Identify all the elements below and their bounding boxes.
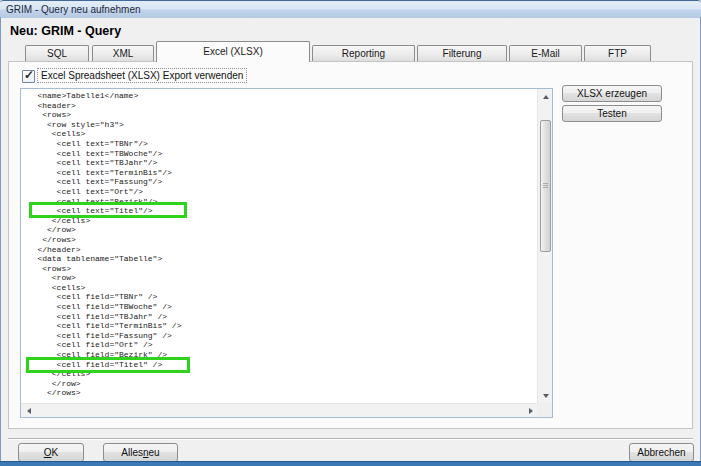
alles-neu-label-pre: Alles [121,447,143,458]
dialog-window: GRIM - Query neu aufnehmen Neu: GRIM - Q… [0,0,701,466]
vertical-scrollbar-thumb[interactable] [540,120,551,252]
down-arrow-icon [543,394,549,398]
tab-filterung[interactable]: Filterung [417,45,507,61]
tab-sql[interactable]: SQL [25,45,89,61]
ok-label-rest: K [52,447,59,458]
tab-email[interactable]: E-Mail [509,45,582,61]
xlsx-erzeugen-button[interactable]: XLSX erzeugen [562,85,662,102]
testen-button[interactable]: Testen [562,105,662,122]
scroll-down-button[interactable] [538,388,553,403]
scrollbar-corner [537,403,552,417]
window-border-left [0,17,1,466]
use-export-checkbox[interactable] [22,70,35,83]
highlight-box-cell-text-titel [29,202,187,218]
ok-label-mnemonic: O [44,447,52,458]
tab-reporting[interactable]: Reporting [312,45,415,61]
abbrechen-button[interactable]: Abbrechen [629,443,694,462]
up-arrow-icon [543,95,549,99]
scroll-up-button[interactable] [538,89,553,104]
tab-excel-xlsx[interactable]: Excel (XLSX) [156,41,310,62]
footer-separator [8,438,693,440]
tab-ftp[interactable]: FTP [584,45,651,61]
alles-neu-label-rest: eu [149,447,160,458]
ok-button[interactable]: OK [18,443,84,462]
dialog-heading: Neu: GRIM - Query [10,24,121,38]
vertical-scrollbar[interactable] [537,89,552,403]
horizontal-scrollbar[interactable] [21,403,538,417]
titlebar[interactable]: GRIM - Query neu aufnehmen [0,0,701,18]
highlight-box-cell-field-titel [26,357,190,373]
left-arrow-icon [27,408,31,414]
alles-neu-button[interactable]: Alles neu [103,443,178,462]
use-export-checkbox-label[interactable]: Excel Spreadsheet (XLSX) Export verwende… [37,68,247,83]
window-border-bottom [0,461,701,466]
window-title: GRIM - Query neu aufnehmen [0,1,701,18]
scroll-right-button[interactable] [523,404,538,417]
right-arrow-icon [529,408,533,414]
scroll-left-button[interactable] [21,404,36,417]
tab-xml[interactable]: XML [92,45,154,61]
xml-code-text[interactable]: <name>Tabelle1</name> <header> <rows> <r… [21,89,537,403]
